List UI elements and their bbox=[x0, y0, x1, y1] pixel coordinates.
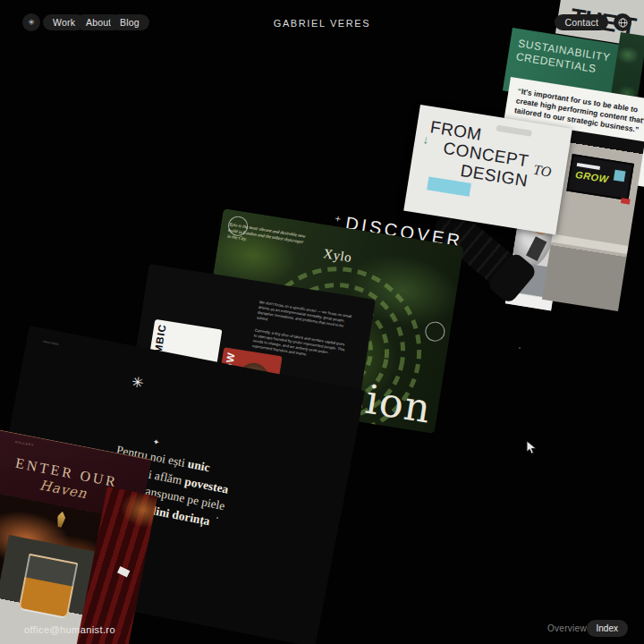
project-card-concept-design[interactable]: ↓ FROM CONCEPT DESIGN TO bbox=[403, 105, 572, 234]
mouse-cursor bbox=[526, 440, 538, 455]
billboard-grow-text: GROW bbox=[574, 169, 609, 185]
red-tag bbox=[621, 198, 631, 204]
index-toggle[interactable]: Index bbox=[587, 620, 628, 637]
portfolio-stage: THE T SUSTAINABILITY CREDENTIALS “It's i… bbox=[0, 0, 644, 644]
concept-to-word: TO bbox=[532, 162, 553, 181]
plus-icon: + bbox=[335, 213, 342, 225]
tattoo-corner-note: menu studio bbox=[42, 339, 59, 346]
globe-icon bbox=[618, 18, 628, 28]
gold-emblem-shape bbox=[55, 511, 66, 528]
page-title: GABRIEL VERES bbox=[0, 18, 644, 29]
language-globe-button[interactable] bbox=[614, 13, 631, 31]
billboard-cyan-square bbox=[614, 170, 626, 182]
billboard: GROW bbox=[566, 154, 634, 200]
glass-shape bbox=[18, 554, 78, 620]
overview-toggle[interactable]: Overview bbox=[547, 623, 587, 633]
dust-dot bbox=[519, 347, 521, 349]
white-card-shape bbox=[117, 566, 130, 577]
site-header: ✳ Work About Blog GABRIEL VERES Contact bbox=[0, 0, 644, 45]
email-link[interactable]: office@humanist.ro bbox=[24, 624, 115, 635]
mini-toolbar bbox=[496, 125, 532, 137]
starburst-icon: ✳ bbox=[130, 373, 145, 392]
dust-dot bbox=[216, 517, 218, 519]
wall-ledge bbox=[551, 234, 628, 254]
contact-button[interactable]: Contact bbox=[555, 14, 608, 30]
sparkle-icon: ✦ bbox=[152, 437, 160, 447]
